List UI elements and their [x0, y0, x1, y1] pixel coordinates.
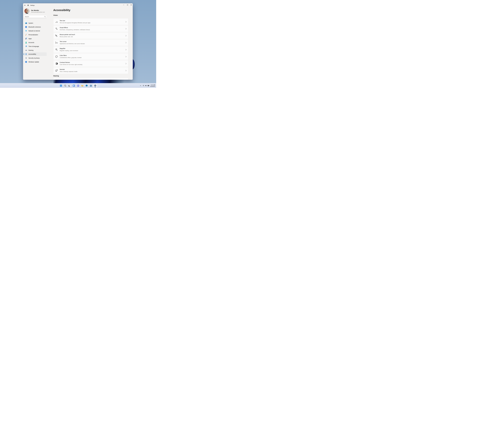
- settings-window: Settings: [23, 3, 133, 80]
- card-subtitle: Magnifier reading, zoom increment: [60, 50, 78, 51]
- selected-accent-bar: [24, 53, 24, 55]
- card-subtitle: Color themes for low vision, light sensi…: [60, 64, 82, 65]
- sidebar: System Bluetooth & devices Network & int…: [24, 21, 47, 64]
- hidden-icons-button[interactable]: [139, 84, 142, 87]
- chat-button[interactable]: [76, 84, 80, 88]
- sidebar-item-label: Time & language: [29, 46, 39, 47]
- volume-icon: [145, 85, 147, 86]
- contrast-themes-icon: [55, 62, 58, 65]
- microsoft-store-button[interactable]: [89, 84, 93, 88]
- sidebar-item-system[interactable]: System: [24, 21, 47, 25]
- accessibility-icon: [25, 53, 27, 55]
- widgets-button[interactable]: [72, 84, 76, 88]
- personalization-icon: [25, 34, 27, 36]
- file-explorer-button[interactable]: [80, 84, 84, 88]
- sidebar-item-label: Apps: [29, 38, 32, 39]
- start-button[interactable]: [59, 84, 63, 88]
- task-view-button[interactable]: [67, 84, 71, 88]
- taskbar-search-button[interactable]: [63, 84, 67, 88]
- card-title: Text cursor: [60, 41, 66, 42]
- card-narrator[interactable]: Narrator Voice, verbosity, keyboard, bra…: [53, 67, 128, 74]
- taskbar-search-icon: [64, 84, 66, 87]
- back-arrow-icon: [24, 4, 26, 6]
- chevron-right-icon: [126, 35, 126, 36]
- tray-time: 11:11 AM: [150, 84, 155, 86]
- sidebar-item-label: Accessibility: [29, 53, 36, 55]
- sidebar-item-label: Windows Update: [29, 61, 39, 63]
- card-mouse-pointer[interactable]: Mouse pointer and touch Mouse pointer co…: [53, 32, 128, 39]
- text-size-icon: A A: [55, 20, 58, 23]
- chevron-right-icon: [126, 28, 126, 30]
- sidebar-item-time-language[interactable]: Time & language: [24, 45, 47, 48]
- task-view-icon: [68, 84, 71, 87]
- chevron-right-icon: [126, 70, 126, 71]
- sidebar-item-bluetooth[interactable]: Bluetooth & devices: [24, 25, 47, 29]
- card-visual-effects[interactable]: Visual effects Scroll bars, transparency…: [53, 25, 128, 32]
- sidebar-item-accounts[interactable]: Accounts: [24, 41, 47, 44]
- sidebar-item-label: System: [29, 22, 33, 24]
- sidebar-item-windows-update[interactable]: Windows Update: [24, 60, 47, 64]
- tray-status-icons[interactable]: [143, 85, 149, 86]
- magnifier-icon: [55, 48, 58, 51]
- chevron-right-icon: [126, 56, 126, 57]
- section-heading-hearing: Hearing: [53, 75, 59, 77]
- sidebar-item-personalization[interactable]: Personalization: [24, 33, 47, 36]
- widgets-icon: [73, 84, 75, 87]
- card-title: Color filters: [60, 55, 67, 56]
- card-subtitle: Appearance and thickness, text cursor in…: [60, 43, 85, 44]
- back-button[interactable]: [23, 4, 27, 7]
- taskbar-icons: [59, 83, 97, 88]
- card-contrast-themes[interactable]: Contrast themes Color themes for low vis…: [53, 60, 128, 67]
- card-color-filters[interactable]: Color filters Colorblindness filters, gr…: [53, 53, 128, 60]
- sidebar-item-security[interactable]: Security & privacy: [24, 56, 47, 60]
- microsoft-store-icon: [90, 84, 92, 87]
- card-title: Visual effects: [60, 27, 68, 28]
- card-magnifier[interactable]: Magnifier Magnifier reading, zoom increm…: [53, 46, 128, 53]
- sidebar-item-label: Accounts: [29, 42, 34, 43]
- edge-button[interactable]: [85, 84, 89, 88]
- clock[interactable]: 11:11 AM 6/24/2021: [150, 84, 155, 87]
- search-input[interactable]: [25, 16, 43, 18]
- page-title: Accessibility: [53, 9, 70, 12]
- battery-icon: [148, 85, 149, 86]
- card-partial-hearing[interactable]: [53, 78, 128, 80]
- sidebar-item-apps[interactable]: Apps: [24, 37, 47, 40]
- network-icon: [25, 30, 27, 32]
- active-app-indicator: [94, 87, 96, 87]
- sidebar-item-label: Security & privacy: [29, 57, 40, 59]
- card-title: Narrator: [60, 69, 65, 70]
- chevron-right-icon: [126, 49, 126, 50]
- settings-taskbar-button[interactable]: [93, 84, 97, 88]
- card-title: Contrast themes: [60, 62, 70, 63]
- card-text-cursor[interactable]: Ab Text cursor Appearance and thickness,…: [53, 39, 128, 46]
- sidebar-item-label: Gaming: [29, 49, 33, 51]
- close-button[interactable]: [130, 3, 133, 6]
- time-language-icon: [25, 45, 27, 48]
- chevron-right-icon: [126, 21, 126, 22]
- wifi-icon: [143, 85, 144, 86]
- maximize-button[interactable]: [126, 3, 129, 6]
- visual-effects-icon: [55, 27, 58, 30]
- card-subtitle: Text size that appears throughout Window…: [60, 22, 90, 23]
- card-subtitle: Colorblindness filters, grayscale, inver…: [60, 57, 82, 58]
- settings-gear-icon: [27, 4, 29, 6]
- card-title: Magnifier: [60, 48, 66, 49]
- system-tray: 11:11 AM 6/24/2021: [139, 83, 155, 88]
- minimize-icon: [123, 4, 124, 5]
- chevron-right-icon: [126, 63, 126, 64]
- card-text-size[interactable]: A A Text size Text size that appears thr…: [53, 18, 128, 25]
- chat-icon: [77, 84, 79, 87]
- avatar[interactable]: [24, 8, 30, 14]
- sidebar-item-gaming[interactable]: Gaming: [24, 48, 47, 52]
- minimize-button[interactable]: [122, 3, 125, 6]
- sidebar-item-accessibility[interactable]: Accessibility: [24, 52, 47, 56]
- chevron-up-icon: [140, 85, 141, 86]
- taskbar: 11:11 AM 6/24/2021: [0, 83, 156, 88]
- chevron-right-icon: [126, 42, 126, 43]
- sidebar-item-network[interactable]: Network & internet: [24, 29, 47, 33]
- sidebar-item-label: Network & internet: [29, 30, 40, 32]
- close-icon: [131, 4, 132, 5]
- file-explorer-icon: [81, 84, 83, 87]
- search-icon[interactable]: [44, 16, 46, 17]
- color-filters-icon: [55, 55, 58, 58]
